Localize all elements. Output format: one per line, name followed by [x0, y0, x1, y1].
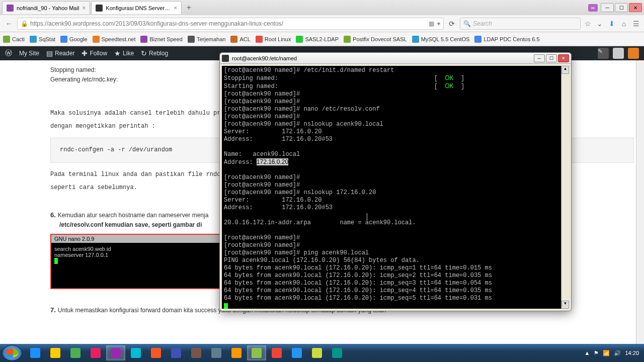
terminal-scrollbar[interactable]: ▲ ▼ [561, 66, 569, 309]
bookmark-favicon-icon [412, 36, 419, 43]
bookmark-label: Cacti [12, 36, 25, 42]
bookmark-favicon-icon [230, 36, 237, 43]
browser-tab-strip: nofriandi_90 - Yahoo Mail × Konfigurasi … [0, 0, 644, 15]
taskbar-app[interactable] [227, 345, 246, 360]
taskbar-app[interactable] [247, 345, 266, 360]
bookmark-item[interactable]: LDAP PDC Centos 6.5 [474, 36, 539, 43]
menu-icon[interactable]: ☰ [631, 19, 641, 29]
taskbar-app[interactable] [126, 345, 145, 360]
lock-icon: 🔒 [21, 20, 28, 27]
app-icon [272, 348, 282, 358]
scroll-up-icon[interactable]: ▲ [561, 66, 569, 74]
wp-like[interactable]: ★Like [114, 49, 134, 57]
bookmark-item[interactable]: Google [60, 36, 87, 43]
putty-titlebar[interactable]: root@acenk90:/etc/named ─ ☐ ✕ [220, 53, 571, 64]
terminal-viewport[interactable]: [root@acenk90 named]# /etc/init.d/named … [222, 66, 569, 309]
bookmark-label: Google [69, 36, 87, 42]
app-icon [30, 348, 40, 358]
bookmark-item[interactable]: SASL2-LDAP [296, 36, 339, 43]
taskbar-app[interactable] [86, 345, 105, 360]
url-text: https://acenk90.wordpress.com/2013/09/03… [30, 20, 283, 27]
taskbar-app[interactable] [106, 345, 125, 360]
bookmark-star-icon[interactable]: ☆ [583, 19, 593, 29]
close-window-button[interactable]: ✕ [629, 3, 642, 12]
bookmarks-toolbar: CactiSqStatGoogleSpeedtest.netBiznet Spe… [0, 32, 644, 46]
search-box[interactable]: 🔍 Search [460, 18, 581, 30]
wp-reblog[interactable]: ↻Reblog [141, 49, 168, 57]
app-icon [171, 348, 181, 358]
favicon-icon [96, 5, 103, 12]
bookmark-label: LDAP PDC Centos 6.5 [484, 36, 539, 42]
wp-avatar-icon[interactable] [628, 48, 639, 59]
bookmark-favicon-icon [344, 36, 351, 43]
wp-my-site[interactable]: My Site [19, 50, 39, 57]
pocket-icon[interactable]: ⌄ [595, 19, 605, 29]
reader-mode-icon[interactable]: ▦ [429, 20, 434, 27]
bookmark-favicon-icon [60, 36, 67, 43]
search-placeholder: Search [473, 20, 492, 27]
wp-follow[interactable]: ✚Follow [82, 49, 107, 57]
app-icon [50, 348, 60, 358]
tab-yahoo-mail[interactable]: nofriandi_90 - Yahoo Mail × [2, 1, 90, 14]
app-icon [70, 348, 80, 358]
scroll-down-icon[interactable]: ▼ [561, 301, 569, 309]
putty-close-button[interactable]: ✕ [558, 54, 569, 62]
bookmark-item[interactable]: Biznet Speed [140, 36, 182, 43]
bookmark-label: Speedtest.net [102, 36, 136, 42]
taskbar-app[interactable] [267, 345, 286, 360]
tab-wordpress-article[interactable]: Konfigurasi DNS Server Pa... × [91, 1, 182, 14]
wp-reader[interactable]: ▤Reader [46, 49, 74, 57]
taskbar-app[interactable] [287, 345, 306, 360]
bookmark-item[interactable]: MySQL 5.5 CentOS [412, 36, 470, 43]
maximize-button[interactable]: ☐ [615, 3, 628, 12]
wp-write-button[interactable]: ✎ [598, 48, 609, 59]
system-tray[interactable]: ▲ ⚑ 📶 🔊 14:20 [585, 350, 642, 356]
tray-flag-icon[interactable]: ⚑ [594, 350, 599, 356]
browser-nav-bar: ← 🔒 https://acenk90.wordpress.com/2013/0… [0, 15, 644, 32]
page-scrollbar[interactable] [636, 60, 644, 344]
app-icon [91, 348, 101, 358]
reload-button[interactable]: ⟳ [446, 18, 458, 30]
close-icon[interactable]: × [174, 5, 177, 12]
taskbar-app[interactable] [146, 345, 166, 360]
bookmark-item[interactable]: ACL [230, 36, 250, 43]
url-bar[interactable]: 🔒 https://acenk90.wordpress.com/2013/09/… [17, 18, 444, 30]
minimize-button[interactable]: ─ [601, 3, 614, 12]
dropdown-icon[interactable]: ▾ [437, 20, 440, 27]
windows-taskbar: ▲ ⚑ 📶 🔊 14:20 [0, 344, 644, 362]
putty-minimize-button[interactable]: ─ [534, 54, 545, 62]
bookmark-item[interactable]: SqStat [30, 36, 55, 43]
tray-volume-icon[interactable]: 🔊 [614, 350, 621, 356]
bookmark-label: SqStat [39, 36, 55, 42]
start-button[interactable] [2, 345, 22, 361]
wp-notifications-icon[interactable] [613, 48, 624, 59]
downloads-icon[interactable]: ⬇ [607, 19, 617, 29]
tray-network-icon[interactable]: 📶 [603, 350, 610, 356]
app-icon [231, 348, 242, 358]
taskbar-app[interactable] [328, 345, 347, 360]
wp-logo-icon[interactable]: ⓦ [5, 49, 12, 58]
bookmark-item[interactable]: Root Linux [256, 36, 291, 43]
tray-arrow-icon[interactable]: ▲ [585, 350, 590, 356]
taskbar-app[interactable] [167, 345, 186, 360]
back-button[interactable]: ← [3, 18, 15, 30]
extension-badge[interactable]: ∞ [588, 4, 598, 12]
taskbar-app[interactable] [187, 345, 206, 360]
putty-maximize-button[interactable]: ☐ [546, 54, 557, 62]
new-tab-button[interactable]: + [183, 2, 195, 14]
text-caret-icon [367, 213, 367, 220]
bookmark-label: MySQL 5.5 CentOS [421, 36, 470, 42]
bookmark-item[interactable]: Terjemahan [188, 36, 225, 43]
close-icon[interactable]: × [82, 5, 86, 12]
home-icon[interactable]: ⌂ [619, 19, 629, 29]
bookmark-item[interactable]: Cacti [3, 36, 25, 43]
taskbar-app[interactable] [66, 345, 85, 360]
putty-window[interactable]: root@acenk90:/etc/named ─ ☐ ✕ [root@acen… [219, 52, 572, 311]
taskbar-app[interactable] [207, 345, 226, 360]
taskbar-app[interactable] [46, 345, 65, 360]
bookmark-item[interactable]: Postfix Dovecot SASL [344, 36, 407, 43]
bookmark-item[interactable]: Speedtest.net [93, 36, 136, 43]
taskbar-clock[interactable]: 14:20 [625, 350, 639, 356]
taskbar-app[interactable] [307, 345, 327, 360]
taskbar-app[interactable] [26, 345, 45, 360]
